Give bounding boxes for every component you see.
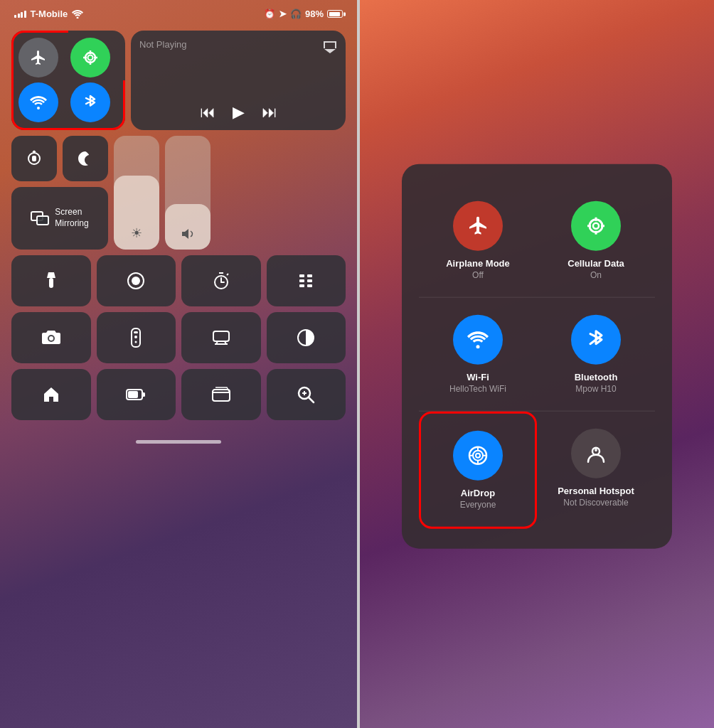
grid-row-3: [11, 369, 346, 420]
timer-button[interactable]: [181, 255, 261, 306]
svg-rect-32: [213, 331, 229, 341]
svg-line-42: [309, 397, 314, 402]
expanded-wifi-item[interactable]: Wi-Fi HelloTech WiFi: [419, 298, 537, 411]
expanded-bluetooth-label: Bluetooth Mpow H10: [575, 372, 618, 394]
expanded-airplane-label: Airplane Mode Off: [446, 258, 510, 280]
airplane-mode-button[interactable]: [18, 38, 58, 77]
battery-icon: [327, 10, 343, 18]
brightness-slider[interactable]: ☀: [114, 136, 159, 250]
expanded-bluetooth-button[interactable]: [571, 315, 621, 365]
expanded-hotspot-label: Personal Hotspot Not Discoverable: [558, 486, 634, 508]
svg-point-27: [49, 336, 53, 341]
svg-point-51: [476, 345, 480, 348]
svg-point-31: [135, 341, 137, 343]
expanded-airplane-button[interactable]: [453, 201, 503, 251]
battery-button[interactable]: [97, 369, 176, 420]
svg-point-1: [85, 53, 95, 63]
status-bar: T-Mobile ⏰ ➤ 🎧 98%: [0, 0, 357, 25]
svg-point-53: [473, 451, 483, 461]
remote-button[interactable]: [97, 312, 176, 363]
svg-point-2: [88, 55, 93, 60]
svg-point-7: [37, 107, 40, 109]
wallet-button[interactable]: [181, 369, 261, 420]
signal-bars: [14, 11, 26, 18]
volume-slider[interactable]: [165, 136, 211, 250]
mid-left: ScreenMirroring: [11, 136, 108, 250]
now-playing-panel: Not Playing ⏮ ▶ ⏭: [131, 31, 346, 130]
previous-button[interactable]: ⏮: [200, 103, 215, 122]
svg-rect-25: [307, 284, 312, 287]
svg-rect-22: [299, 279, 304, 282]
flashlight-button[interactable]: [11, 255, 91, 306]
expanded-cellular-button[interactable]: [571, 201, 621, 251]
svg-point-46: [593, 223, 599, 229]
cellular-data-button[interactable]: [70, 38, 110, 77]
svg-point-54: [476, 454, 480, 458]
status-right: ⏰ ➤ 🎧 98%: [264, 9, 343, 19]
wifi-button[interactable]: [18, 82, 58, 122]
expanded-bluetooth-item[interactable]: Bluetooth Mpow H10: [537, 298, 655, 411]
svg-point-14: [132, 277, 140, 285]
expanded-airdrop-label: AirDrop Everyone: [460, 488, 496, 510]
alarm-icon: ⏰: [264, 9, 275, 19]
contrast-button[interactable]: [267, 312, 346, 363]
expanded-grid: Airplane Mode Off Cellular Da: [419, 184, 655, 529]
svg-rect-20: [299, 274, 304, 277]
svg-rect-40: [213, 390, 230, 401]
top-row: Not Playing ⏮ ▶ ⏭: [11, 31, 346, 130]
svg-rect-24: [299, 284, 304, 287]
headphone-icon: 🎧: [290, 9, 302, 19]
home-bar: [136, 440, 221, 444]
expanded-airplane-item[interactable]: Airplane Mode Off: [419, 184, 537, 297]
svg-rect-29: [134, 331, 138, 333]
screen-record-button[interactable]: [97, 255, 176, 306]
right-panel: Airplane Mode Off Cellular Da: [360, 0, 714, 728]
grid-row-1: [11, 255, 346, 306]
do-not-disturb-button[interactable]: [63, 136, 108, 181]
expanded-hotspot-item[interactable]: Personal Hotspot Not Discoverable: [537, 412, 655, 529]
svg-rect-11: [37, 216, 48, 225]
camera-button[interactable]: [11, 312, 91, 363]
volume-icon: [181, 227, 195, 241]
expanded-airdrop-item[interactable]: AirDrop Everyone: [419, 412, 537, 529]
sleep-button[interactable]: [181, 312, 261, 363]
svg-point-30: [134, 336, 137, 338]
home-button[interactable]: [11, 369, 91, 420]
screen-mirroring-icon: [31, 211, 49, 225]
zoom-button[interactable]: [267, 369, 346, 420]
next-button[interactable]: ⏭: [262, 103, 277, 122]
grid-row-2: [11, 312, 346, 363]
home-indicator: [0, 432, 357, 448]
status-left: T-Mobile: [14, 9, 83, 19]
brightness-icon: ☀: [131, 225, 142, 241]
svg-point-0: [77, 17, 79, 19]
svg-line-19: [227, 274, 228, 275]
lock-rotation-button[interactable]: [11, 136, 57, 181]
expanded-cellular-item[interactable]: Cellular Data On: [537, 184, 655, 297]
wifi-status-icon: [72, 9, 83, 18]
svg-rect-12: [49, 278, 53, 288]
lock-dnd-row: [11, 136, 108, 181]
airplay-icon[interactable]: [323, 39, 337, 53]
location-icon: ➤: [279, 9, 287, 19]
now-playing-title: Not Playing: [139, 39, 186, 50]
play-button[interactable]: ▶: [233, 103, 245, 122]
battery-percentage: 98%: [305, 9, 324, 19]
screen-mirroring-button[interactable]: ScreenMirroring: [11, 187, 108, 250]
expanded-hotspot-button[interactable]: [571, 429, 621, 478]
calculator-button[interactable]: [267, 255, 346, 306]
left-panel: T-Mobile ⏰ ➤ 🎧 98%: [0, 0, 357, 728]
expanded-airdrop-button[interactable]: [453, 431, 503, 481]
control-center: Not Playing ⏮ ▶ ⏭: [0, 25, 357, 432]
expanded-wifi-label: Wi-Fi HelloTech WiFi: [449, 372, 506, 394]
expanded-wifi-button[interactable]: [453, 315, 503, 365]
mid-row: ScreenMirroring ☀: [11, 136, 346, 250]
screen-mirroring-label: ScreenMirroring: [55, 207, 88, 229]
expanded-connectivity-card: Airplane Mode Off Cellular Da: [402, 164, 672, 549]
svg-point-45: [590, 220, 602, 232]
svg-rect-39: [128, 391, 138, 398]
svg-rect-21: [307, 274, 312, 277]
svg-rect-9: [32, 156, 36, 161]
bluetooth-button[interactable]: [70, 82, 110, 122]
connectivity-panel: [11, 31, 125, 130]
